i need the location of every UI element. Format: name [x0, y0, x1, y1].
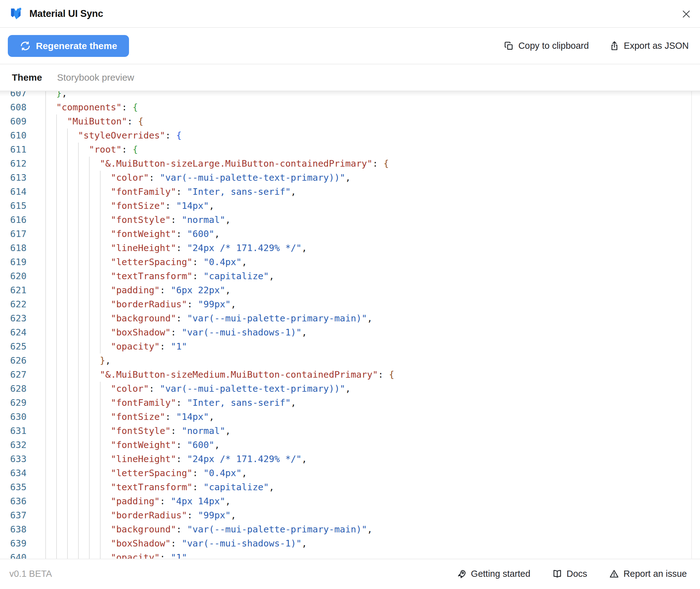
code-editor[interactable]: 607},608"components": {609"MuiButton": {…	[0, 91, 700, 559]
code-line-content: "opacity": "1"	[45, 551, 187, 559]
code-line: 623"background": "var(--mui-palette-prim…	[0, 312, 700, 326]
indent-guide	[78, 424, 89, 438]
code-line: 636"padding": "4px 14px",	[0, 494, 700, 508]
indent-guide	[89, 424, 100, 438]
indent-guide	[78, 382, 89, 396]
indent-guide	[100, 466, 111, 480]
code-line: 635"textTransform": "capitalize",	[0, 480, 700, 494]
line-number: 617	[0, 227, 27, 241]
book-icon	[552, 569, 562, 579]
indent-guide	[78, 410, 89, 424]
indent-guide	[89, 213, 100, 227]
warning-icon	[609, 569, 619, 579]
indent-guide	[67, 508, 78, 523]
code-line: 637"borderRadius": "99px",	[0, 508, 700, 523]
indent-guide	[100, 508, 111, 523]
indent-guide	[89, 466, 100, 480]
indent-guide	[89, 396, 100, 410]
code-line: 627"&.MuiButton-sizeMedium.MuiButton-con…	[0, 368, 700, 382]
indent-guide	[56, 297, 67, 312]
line-number: 626	[0, 354, 27, 368]
line-number: 629	[0, 396, 27, 410]
indent-guide	[100, 396, 111, 410]
indent-guide	[100, 551, 111, 559]
code-line-content: "letterSpacing": "0.4px",	[45, 466, 247, 480]
line-number: 630	[0, 410, 27, 424]
line-number: 636	[0, 494, 27, 508]
code-line: 613"color": "var(--mui-palette-text-prim…	[0, 171, 700, 185]
code-line: 614"fontFamily": "Inter, sans-serif",	[0, 185, 700, 199]
code-line-content: "padding": "6px 22px",	[45, 283, 231, 297]
docs-link[interactable]: Docs	[552, 569, 587, 579]
indent-guide	[100, 494, 111, 508]
indent-guide	[100, 438, 111, 452]
code-line: 628"color": "var(--mui-palette-text-prim…	[0, 382, 700, 396]
line-number: 624	[0, 326, 27, 340]
code-line-content: "fontWeight": "600",	[45, 227, 220, 241]
indent-guide	[67, 171, 78, 185]
indent-guide	[67, 424, 78, 438]
code-line-content: },	[45, 91, 67, 101]
indent-guide	[45, 283, 56, 297]
indent-guide	[100, 410, 111, 424]
indent-guide	[89, 410, 100, 424]
refresh-icon	[20, 40, 31, 51]
indent-guide	[56, 283, 67, 297]
indent-guide	[45, 91, 56, 101]
indent-guide	[89, 494, 100, 508]
close-button[interactable]	[681, 9, 692, 20]
mui-sync-logo-icon	[9, 7, 22, 20]
line-number: 635	[0, 480, 27, 494]
indent-guide	[78, 185, 89, 199]
indent-guide	[45, 297, 56, 312]
indent-guide	[89, 241, 100, 255]
code-line-content: "color": "var(--mui-palette-text-primary…	[45, 382, 351, 396]
indent-guide	[56, 129, 67, 143]
line-number: 609	[0, 115, 27, 129]
tab-theme[interactable]: Theme	[12, 72, 42, 83]
code-line: 638"background": "var(--mui-palette-prim…	[0, 523, 700, 537]
indent-guide	[56, 199, 67, 213]
indent-guide	[89, 368, 100, 382]
toolbar: Regenerate theme Copy to clipboard Expor…	[0, 28, 700, 64]
rocket-icon	[457, 569, 467, 579]
report-issue-link[interactable]: Report an issue	[609, 569, 687, 579]
indent-guide	[78, 551, 89, 559]
indent-guide	[67, 480, 78, 494]
indent-guide	[45, 480, 56, 494]
indent-guide	[67, 523, 78, 537]
indent-guide	[45, 410, 56, 424]
export-icon	[610, 41, 619, 51]
getting-started-link[interactable]: Getting started	[457, 569, 531, 579]
version-label: v0.1 BETA	[9, 569, 52, 579]
indent-guide	[100, 382, 111, 396]
indent-guide	[67, 410, 78, 424]
indent-guide	[67, 551, 78, 559]
code-lines: 607},608"components": {609"MuiButton": {…	[0, 91, 700, 559]
indent-guide	[45, 115, 56, 129]
indent-guide	[56, 185, 67, 199]
indent-guide	[89, 523, 100, 537]
indent-guide	[67, 326, 78, 340]
copy-to-clipboard-button[interactable]: Copy to clipboard	[504, 41, 589, 51]
indent-guide	[100, 255, 111, 269]
indent-guide	[45, 537, 56, 551]
code-line-content: "fontSize": "14px",	[45, 199, 214, 213]
code-line-content: "borderRadius": "99px",	[45, 297, 236, 312]
indent-guide	[78, 143, 89, 157]
plugin-header: Material UI Sync	[0, 0, 700, 28]
indent-guide	[78, 227, 89, 241]
code-line-content: "fontStyle": "normal",	[45, 213, 231, 227]
export-as-json-button[interactable]: Export as JSON	[610, 41, 689, 51]
indent-guide	[67, 368, 78, 382]
indent-guide	[56, 396, 67, 410]
code-line-content: },	[45, 354, 110, 368]
code-line-content: "boxShadow": "var(--mui-shadows-1)",	[45, 537, 307, 551]
regenerate-theme-button[interactable]: Regenerate theme	[8, 35, 129, 57]
indent-guide	[67, 354, 78, 368]
line-number: 637	[0, 508, 27, 523]
indent-guide	[56, 157, 67, 171]
indent-guide	[67, 452, 78, 466]
tab-storybook-preview[interactable]: Storybook preview	[57, 72, 134, 83]
indent-guide	[56, 115, 67, 129]
